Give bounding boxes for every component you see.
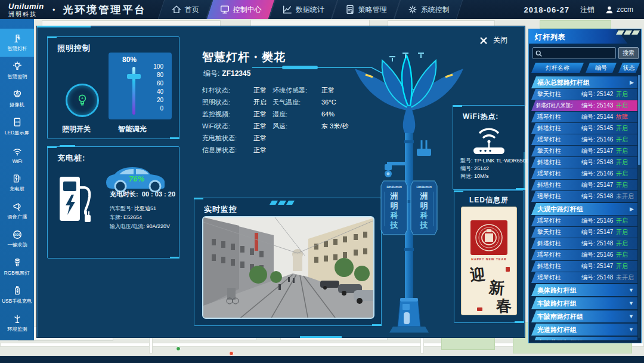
sidebar-item-env-monitor[interactable]: 环境监测: [0, 309, 34, 337]
poster-papercut: [470, 220, 507, 255]
pole-list-row[interactable]: 瑶琴灯柱编号: 25146开启: [531, 216, 637, 226]
pole-group-header[interactable]: 福永总部路灯杆组▶: [531, 76, 637, 88]
pole-list-row[interactable]: 擎天灯柱编号: 25142开启: [531, 89, 637, 100]
pole-group-header[interactable]: 车陂路灯杆组▼: [531, 297, 637, 309]
sidebar-item-usb-charge[interactable]: USB手机充电: [0, 281, 34, 309]
sidebar-item-camera[interactable]: 摄像机: [0, 85, 34, 113]
dimmer-scale-tick: 80: [153, 72, 163, 78]
nav-item-chart[interactable]: 数据统计: [268, 0, 337, 19]
battery-percent: 76%: [129, 174, 144, 183]
nav-item-monitor[interactable]: 控制中心: [206, 0, 274, 19]
wifi-router-icon: [471, 122, 507, 156]
svg-text:LED: LED: [14, 121, 19, 124]
sidebar-item-streetlamp[interactable]: 智慧灯杆: [0, 29, 34, 57]
dimmer-handle[interactable]: [127, 74, 141, 79]
light-switch-button[interactable]: [66, 84, 99, 117]
pole-name: 斜塔灯柱: [531, 262, 581, 270]
sidebar-item-label: WiFi: [12, 158, 22, 164]
status-badge: 未开启: [616, 273, 635, 282]
list-scrollbar[interactable]: [638, 75, 640, 338]
nav-item-home[interactable]: 首页: [157, 0, 212, 19]
group-label: 光道路灯杆组: [537, 325, 577, 334]
close-button[interactable]: 关闭: [479, 35, 507, 45]
sidebar-item-speaker[interactable]: 语音广播: [0, 197, 34, 225]
pole-list-row[interactable]: 瑶琴灯柱编号: 25144故障: [531, 112, 637, 122]
pole-group-header[interactable]: 中山北路灯杆组▼: [531, 337, 637, 340]
chevron-right-icon: ▶: [630, 206, 634, 212]
pole-list-row[interactable]: 瑶琴灯柱编号: 25148未开启: [531, 191, 637, 202]
list-title: 灯杆列表: [535, 32, 566, 42]
search-button[interactable]: 搜索: [618, 47, 639, 59]
svg-text:科: 科: [390, 211, 398, 220]
pole-name: 擎天灯柱: [531, 228, 581, 236]
chevron-down-icon: ▼: [628, 340, 634, 340]
user-box[interactable]: zccm: [605, 5, 633, 14]
pole-group-header[interactable]: 车陂南路灯杆组▼: [531, 310, 637, 322]
chevron-down-icon: ▼: [628, 327, 634, 333]
pole-list-panel: 灯杆列表 搜索 灯杆名称编号状态 福永总部路灯杆组▶擎天灯柱编号: 25142开…: [528, 29, 642, 343]
nav-item-label: 首页: [185, 5, 199, 15]
pole-list-row[interactable]: 斜塔灯柱编号: 25145开启: [531, 123, 637, 134]
pole-list-row[interactable]: 斜塔灯柱编号: 25147开启: [531, 180, 637, 190]
pole-list-row[interactable]: 斜塔灯柱编号: 25147开启: [531, 261, 637, 272]
brand-en: Unilumin: [8, 2, 44, 10]
pole-group-header[interactable]: 大观中路灯杆组▶: [531, 203, 637, 215]
stat-value: 正常: [253, 86, 267, 95]
pole-list-row[interactable]: 斜塔灯柱编号: 25148开启: [531, 238, 637, 249]
pole-list-row[interactable]: 擎天灯柱编号: 25147开启: [531, 146, 637, 156]
live-monitor-box: 实时监控: [194, 198, 382, 326]
pole-list-row[interactable]: 斜塔灯柱编号: 25148开启: [531, 157, 637, 168]
pole-group-header[interactable]: 光道路灯杆组▼: [531, 324, 637, 336]
pole-group-header[interactable]: 奥体路灯杆组▼: [531, 284, 637, 296]
list-column-headers: 灯杆名称编号状态: [531, 63, 640, 73]
sidebar-item-rgb-light[interactable]: RGB氛围灯: [0, 253, 34, 281]
stat-value: 东 3米/秒: [321, 122, 348, 131]
box-corner: [194, 198, 203, 199]
column-header-1[interactable]: 编号: [586, 63, 617, 73]
led-screen-icon: LED: [12, 117, 23, 128]
stat-row: 风速:东 3米/秒: [273, 120, 348, 132]
pole-list-row[interactable]: 瑶琴灯柱编号: 25146开启: [531, 250, 637, 260]
logout-link[interactable]: 注销: [580, 5, 595, 15]
stat-row: 环境传感器:正常: [273, 84, 348, 96]
nav-item-gear[interactable]: 系统控制: [394, 0, 462, 19]
sidebar-item-charger[interactable]: 充电桩: [0, 169, 34, 197]
banner-cn: 洲明科技 洲明科技: [390, 192, 429, 229]
pole-list-row[interactable]: 斜塔灯柱八米加大编号: 25143开启: [531, 100, 637, 111]
group-label: 奥体路灯杆组: [537, 286, 577, 295]
map-green-marker[interactable]: [176, 346, 181, 351]
sidebar-item-led-screen[interactable]: LEDLED显示屏: [0, 113, 34, 141]
charging-title: 充电桩:: [57, 153, 85, 164]
wifi-field: 编号: 25142: [460, 165, 529, 173]
sidebar-item-label: 环境监测: [7, 326, 27, 333]
stat-label: 灯杆状态:: [202, 86, 245, 95]
stat-value: 开启: [253, 98, 267, 107]
pole-id: 编号: 25146: [581, 136, 616, 144]
monitor-video-feed[interactable]: [202, 216, 374, 319]
sidebar-item-bulb[interactable]: 智慧照明: [0, 57, 34, 85]
search-box[interactable]: [532, 47, 616, 59]
chart-icon: [282, 4, 293, 15]
pole-list-row[interactable]: 瑶琴灯柱编号: 25146开启: [531, 134, 637, 145]
pole-id: 编号: 25146: [581, 217, 616, 225]
switch-label: 照明开关: [62, 124, 91, 134]
pole-id: 编号: 25147: [581, 262, 616, 270]
dimmer-label: 智能调光: [118, 124, 147, 134]
nav-item-label: 系统控制: [421, 5, 450, 15]
pole-detail-panel: 关闭 照明控制 照明开关 80% 100806040200 智能调光: [37, 26, 525, 337]
pole-list-row[interactable]: 瑶琴灯柱编号: 25146开启: [531, 168, 637, 179]
column-header-0[interactable]: 灯杆名称: [531, 63, 584, 73]
sidebar-item-wifi[interactable]: WiFi: [0, 141, 34, 169]
stat-label: 充电桩状态:: [202, 134, 245, 143]
svg-text:洲: 洲: [390, 192, 398, 201]
pole-list-row[interactable]: 擎天灯柱编号: 25147开启: [531, 227, 637, 238]
search-input[interactable]: [545, 48, 614, 59]
scroll-thumb[interactable]: [638, 75, 640, 165]
pole-list-row[interactable]: 瑶琴灯柱编号: 25148未开启: [531, 272, 637, 283]
status-badge: 开启: [616, 170, 635, 178]
nav-item-strategy[interactable]: 策略管理: [331, 0, 400, 19]
column-header-2[interactable]: 状态: [618, 63, 640, 73]
sidebar-item-sos[interactable]: SOS一键求助: [0, 225, 34, 253]
map-red-marker[interactable]: [229, 351, 234, 356]
status-badge: 开启: [616, 147, 635, 155]
